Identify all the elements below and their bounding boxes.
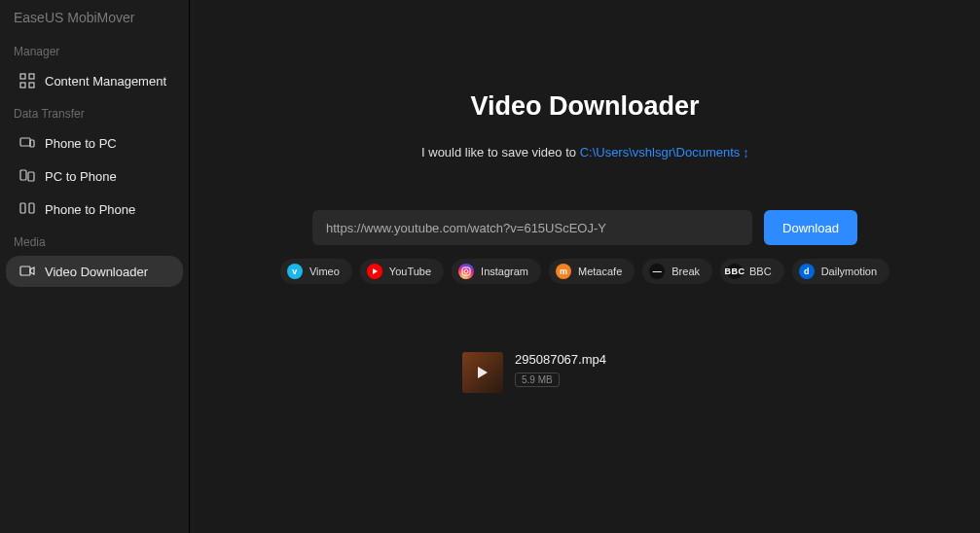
site-chip-dailymotion[interactable]: d Dailymotion bbox=[792, 259, 889, 284]
sidebar-item-label: Video Downloader bbox=[45, 265, 148, 279]
svg-rect-4 bbox=[20, 138, 30, 146]
youtube-icon bbox=[367, 264, 382, 279]
grid-icon bbox=[19, 73, 35, 89]
chip-label: Instagram bbox=[481, 266, 528, 277]
sidebar-item-label: PC to Phone bbox=[45, 169, 117, 184]
download-item[interactable]: 295087067.mp4 5.9 MB bbox=[462, 352, 606, 393]
section-label-media: Media bbox=[0, 226, 189, 255]
sidebar-item-label: Phone to PC bbox=[45, 136, 117, 151]
pc-to-phone-icon bbox=[19, 168, 35, 184]
chip-label: Dailymotion bbox=[821, 266, 877, 277]
sidebar-item-phone-to-pc[interactable]: Phone to PC bbox=[6, 127, 183, 159]
save-prefix: I would like to save video to bbox=[421, 145, 580, 160]
download-filesize: 5.9 MB bbox=[515, 373, 560, 387]
svg-rect-3 bbox=[29, 83, 34, 88]
video-icon bbox=[19, 264, 35, 279]
svg-rect-9 bbox=[29, 203, 34, 213]
main-content: Video Downloader I would like to save vi… bbox=[190, 0, 980, 533]
chip-label: BBC bbox=[749, 266, 772, 277]
svg-rect-14 bbox=[462, 267, 470, 275]
download-meta: 295087067.mp4 5.9 MB bbox=[515, 352, 606, 387]
vimeo-icon: v bbox=[287, 264, 303, 279]
chip-label: YouTube bbox=[389, 266, 431, 277]
phone-to-pc-icon bbox=[19, 135, 35, 151]
svg-rect-5 bbox=[30, 140, 34, 147]
save-path-link[interactable]: C:\Users\vshlsgr\Documents bbox=[580, 145, 741, 160]
svg-rect-8 bbox=[20, 203, 25, 213]
url-input[interactable] bbox=[312, 210, 752, 245]
chip-label: Vimeo bbox=[309, 266, 340, 277]
svg-rect-10 bbox=[20, 266, 30, 275]
site-chip-youtube[interactable]: YouTube bbox=[360, 259, 444, 284]
download-filename: 295087067.mp4 bbox=[515, 352, 606, 367]
break-icon: — bbox=[649, 264, 665, 279]
section-label-manager: Manager bbox=[0, 35, 189, 64]
sidebar: EaseUS MobiMover Manager Content Managem… bbox=[0, 0, 190, 533]
save-location-line: I would like to save video to C:\Users\v… bbox=[190, 145, 980, 160]
chip-label: Break bbox=[671, 266, 700, 277]
sidebar-item-label: Content Management bbox=[45, 74, 166, 89]
sidebar-item-content-management[interactable]: Content Management bbox=[6, 65, 183, 96]
chip-label: Metacafe bbox=[578, 266, 622, 277]
sidebar-item-phone-to-phone[interactable]: Phone to Phone bbox=[6, 194, 183, 225]
app-title: EaseUS MobiMover bbox=[0, 6, 189, 35]
svg-rect-6 bbox=[20, 170, 26, 180]
url-row: Download bbox=[312, 210, 857, 245]
phone-to-phone-icon bbox=[19, 201, 35, 217]
site-chip-vimeo[interactable]: v Vimeo bbox=[280, 259, 352, 284]
svg-point-15 bbox=[464, 269, 468, 273]
svg-rect-0 bbox=[20, 74, 25, 79]
supported-sites: v Vimeo YouTube Instagram m Metacafe — B… bbox=[273, 259, 896, 284]
section-label-data-transfer: Data Transfer bbox=[0, 97, 189, 126]
chevron-updown-icon[interactable]: ↕ bbox=[744, 146, 748, 160]
sidebar-item-video-downloader[interactable]: Video Downloader bbox=[6, 256, 183, 287]
video-thumbnail bbox=[462, 352, 503, 393]
svg-rect-7 bbox=[28, 172, 34, 181]
bbc-icon: BBC bbox=[727, 264, 743, 279]
site-chip-metacafe[interactable]: m Metacafe bbox=[549, 259, 635, 284]
site-chip-instagram[interactable]: Instagram bbox=[452, 259, 541, 284]
download-button[interactable]: Download bbox=[764, 210, 857, 245]
instagram-icon bbox=[458, 264, 474, 279]
site-chip-break[interactable]: — Break bbox=[642, 259, 712, 284]
page-title: Video Downloader bbox=[190, 91, 980, 122]
svg-rect-2 bbox=[20, 83, 25, 88]
svg-rect-1 bbox=[29, 74, 34, 79]
dailymotion-icon: d bbox=[799, 264, 815, 279]
sidebar-item-label: Phone to Phone bbox=[45, 202, 135, 217]
site-chip-bbc[interactable]: BBC BBC bbox=[720, 259, 784, 284]
sidebar-item-pc-to-phone[interactable]: PC to Phone bbox=[6, 160, 183, 192]
metacafe-icon: m bbox=[556, 264, 571, 279]
